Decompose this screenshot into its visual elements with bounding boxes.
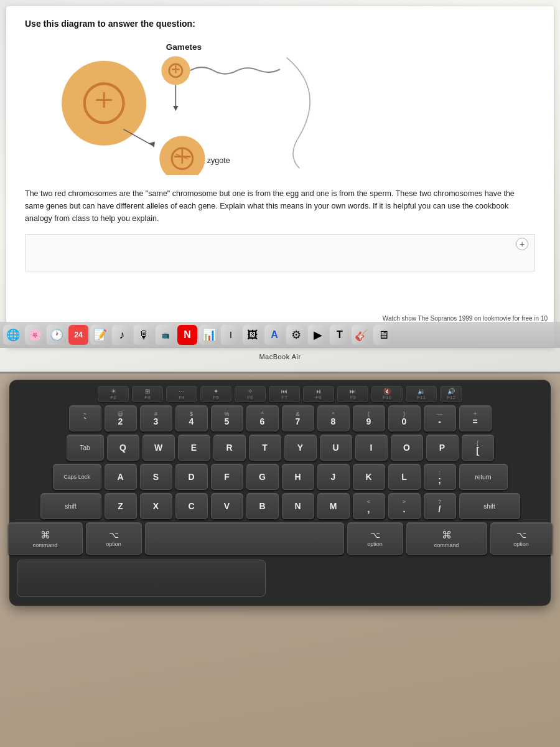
dock-icon-n[interactable]: N bbox=[177, 325, 197, 345]
key-g[interactable]: G bbox=[246, 464, 279, 490]
zxcv-row: shift Z X C V B N M < , > . ? / shift bbox=[17, 493, 543, 519]
key-comma[interactable]: < , bbox=[353, 493, 385, 519]
dock-icon-instrument[interactable]: 🎸 bbox=[352, 325, 371, 345]
dock-icon-screenshot[interactable]: 🖥 bbox=[373, 325, 393, 345]
key-minus[interactable]: — - bbox=[424, 405, 456, 431]
key-f10[interactable]: 🔇 F10 bbox=[371, 386, 403, 402]
key-f9[interactable]: ⏭ F9 bbox=[337, 386, 368, 402]
key-option-right[interactable]: ⌥ option bbox=[347, 522, 403, 555]
key-semicolon[interactable]: : ; bbox=[424, 464, 456, 490]
dock-icon-finder[interactable]: 🌐 bbox=[3, 325, 23, 345]
key-w[interactable]: W bbox=[142, 435, 175, 461]
key-t[interactable]: T bbox=[249, 435, 281, 461]
fn-row: ☀ F2 ⊞ F3 ⋯ F4 ✦ F5 ✧ F6 ⏮ F7 bbox=[17, 386, 543, 402]
touchpad[interactable] bbox=[17, 560, 266, 597]
key-7[interactable]: & 7 bbox=[282, 405, 314, 431]
key-q[interactable]: Q bbox=[107, 435, 139, 461]
key-command-right[interactable]: ⌘ command bbox=[406, 522, 487, 555]
keyboard-wrapper: ☀ F2 ⊞ F3 ⋯ F4 ✦ F5 ✧ F6 ⏮ F7 bbox=[0, 374, 560, 747]
key-capslock[interactable]: Caps Lock bbox=[53, 464, 101, 490]
key-bracket-open[interactable]: { [ bbox=[462, 435, 494, 461]
qwerty-row: Tab Q W E R T Y U I O P { [ bbox=[17, 435, 543, 461]
key-u[interactable]: U bbox=[320, 435, 352, 461]
plus-button[interactable]: + bbox=[516, 238, 528, 250]
key-d[interactable]: D bbox=[175, 464, 208, 490]
key-0[interactable]: ) 0 bbox=[388, 405, 421, 431]
key-command-left[interactable]: ⌘ command bbox=[8, 522, 83, 555]
key-4[interactable]: $ 4 bbox=[175, 405, 208, 431]
key-f5[interactable]: ✦ F5 bbox=[200, 386, 231, 402]
key-s[interactable]: S bbox=[140, 464, 172, 490]
key-f8[interactable]: ⏯ F8 bbox=[303, 386, 334, 402]
key-k[interactable]: K bbox=[353, 464, 385, 490]
number-row: ~ ` @ 2 # 3 $ 4 % 5 ^ 6 bbox=[17, 405, 543, 431]
page-content: Use this diagram to answer the question:… bbox=[6, 6, 554, 284]
dock-icon-settings[interactable]: ⚙ bbox=[286, 325, 306, 345]
laptop-screen: Use this diagram to answer the question:… bbox=[0, 0, 560, 374]
dock-icon-podcast[interactable]: 🎙 bbox=[134, 325, 154, 345]
key-f6[interactable]: ✧ F6 bbox=[235, 386, 266, 402]
key-period[interactable]: > . bbox=[388, 493, 421, 519]
key-v[interactable]: V bbox=[211, 493, 243, 519]
key-b[interactable]: B bbox=[246, 493, 279, 519]
key-f[interactable]: F bbox=[211, 464, 243, 490]
dock-bar: 🌐 🌸 🕐 24 📝 ♪ 🎙 📺 N 📊 I 🖼 A ⚙ ▶ T 🎸 🖥 bbox=[0, 322, 560, 348]
key-tab[interactable]: Tab bbox=[67, 435, 104, 461]
svg-text:zygote: zygote bbox=[207, 156, 230, 165]
key-shift-right[interactable]: shift bbox=[459, 493, 520, 519]
keyboard: ☀ F2 ⊞ F3 ⋯ F4 ✦ F5 ✧ F6 ⏮ F7 bbox=[9, 380, 551, 606]
dock-icon-quicktime[interactable]: ▶ bbox=[308, 325, 328, 345]
key-l[interactable]: L bbox=[388, 464, 421, 490]
key-6[interactable]: ^ 6 bbox=[246, 405, 279, 431]
key-option-left[interactable]: ⌥ option bbox=[86, 522, 142, 555]
key-2[interactable]: @ 2 bbox=[105, 405, 137, 431]
answer-area[interactable]: + bbox=[25, 234, 535, 271]
asdf-row: Caps Lock A S D F G H J K L : ; return bbox=[17, 464, 543, 490]
dock-icon-photos[interactable]: 🌸 bbox=[25, 325, 45, 345]
key-e[interactable]: E bbox=[178, 435, 210, 461]
key-n[interactable]: N bbox=[282, 493, 314, 519]
key-f12[interactable]: 🔊 F12 bbox=[440, 386, 462, 402]
key-f3[interactable]: ⊞ F3 bbox=[132, 386, 163, 402]
dock-icon-text[interactable]: I bbox=[221, 325, 241, 345]
dock-icon-notes[interactable]: 📝 bbox=[90, 325, 110, 345]
key-r[interactable]: R bbox=[213, 435, 246, 461]
dock-icon-a[interactable]: A bbox=[264, 325, 284, 345]
key-f4[interactable]: ⋯ F4 bbox=[166, 386, 197, 402]
key-a[interactable]: A bbox=[105, 464, 137, 490]
dock-icon-clock[interactable]: 🕐 bbox=[47, 325, 67, 345]
key-return[interactable]: return bbox=[459, 464, 508, 490]
dock-icon-t[interactable]: T bbox=[330, 325, 350, 345]
diagram-area: Gametes bbox=[25, 38, 535, 175]
key-y[interactable]: Y bbox=[284, 435, 317, 461]
dock-icon-chart[interactable]: 📊 bbox=[199, 325, 219, 345]
key-p[interactable]: P bbox=[426, 435, 459, 461]
key-equals[interactable]: + = bbox=[459, 405, 492, 431]
key-9[interactable]: ( 9 bbox=[353, 405, 385, 431]
key-m[interactable]: M bbox=[317, 493, 350, 519]
macbook-label: MacBook Air bbox=[0, 353, 560, 360]
key-space[interactable] bbox=[145, 522, 344, 555]
key-shift-left[interactable]: shift bbox=[40, 493, 101, 519]
key-f2[interactable]: ☀ F2 bbox=[98, 386, 129, 402]
key-f7[interactable]: ⏮ F7 bbox=[269, 386, 300, 402]
key-slash[interactable]: ? / bbox=[424, 493, 456, 519]
key-option-far-right[interactable]: ⌥ option bbox=[490, 522, 553, 555]
key-o[interactable]: O bbox=[391, 435, 423, 461]
key-c[interactable]: C bbox=[175, 493, 208, 519]
key-8[interactable]: * 8 bbox=[317, 405, 350, 431]
dock-icon-calendar[interactable]: 24 bbox=[68, 325, 88, 345]
key-5[interactable]: % 5 bbox=[211, 405, 243, 431]
dock-icon-appletv[interactable]: 📺 bbox=[156, 325, 175, 345]
key-x[interactable]: X bbox=[140, 493, 172, 519]
dock-icon-music[interactable]: ♪ bbox=[112, 325, 132, 345]
key-j[interactable]: J bbox=[317, 464, 350, 490]
key-i[interactable]: I bbox=[355, 435, 388, 461]
key-f11[interactable]: 🔉 F11 bbox=[406, 386, 437, 402]
key-z[interactable]: Z bbox=[105, 493, 137, 519]
key-h[interactable]: H bbox=[282, 464, 314, 490]
svg-text:Gametes: Gametes bbox=[166, 42, 202, 52]
dock-icon-preview[interactable]: 🖼 bbox=[243, 325, 263, 345]
key-3[interactable]: # 3 bbox=[140, 405, 172, 431]
key-tilde[interactable]: ~ ` bbox=[69, 405, 101, 431]
